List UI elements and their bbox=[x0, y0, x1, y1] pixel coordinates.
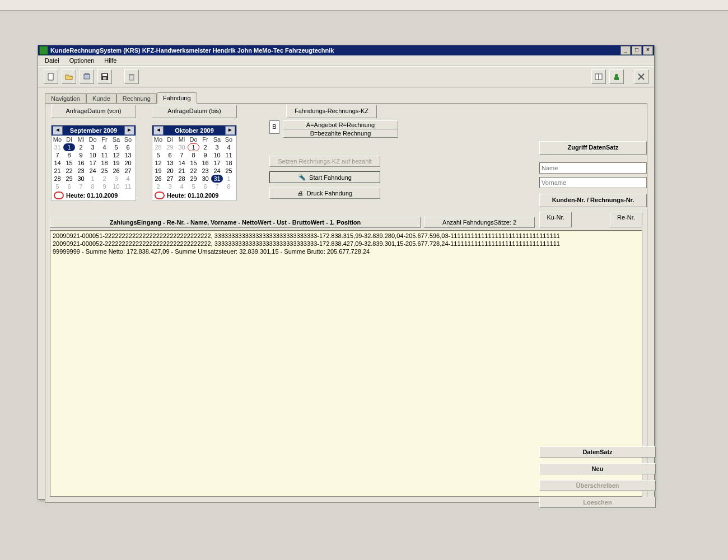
calendar-day[interactable]: 7 bbox=[52, 151, 63, 159]
vorname-input[interactable] bbox=[539, 177, 647, 188]
calendar-day[interactable]: 29 bbox=[188, 175, 199, 183]
calendar-day[interactable]: 28 bbox=[176, 175, 188, 183]
calendar-day[interactable]: 4 bbox=[122, 175, 134, 183]
tool-delete-icon[interactable] bbox=[124, 69, 139, 84]
maximize-button[interactable]: □ bbox=[632, 46, 642, 55]
calendar-day[interactable]: 11 bbox=[122, 183, 134, 190]
calendar-day[interactable]: 8 bbox=[63, 151, 75, 159]
calendar-day[interactable]: 16 bbox=[199, 159, 211, 167]
calendar-day[interactable]: 6 bbox=[164, 151, 176, 159]
tab-kunde[interactable]: Kunde bbox=[86, 93, 116, 104]
neu-button[interactable]: Neu bbox=[539, 463, 656, 474]
calendar-day[interactable]: 2 bbox=[152, 183, 164, 190]
calendar-day[interactable]: 20 bbox=[164, 167, 176, 175]
cal-prev-icon[interactable]: ◄ bbox=[153, 126, 164, 135]
calendar-day[interactable]: 9 bbox=[75, 151, 87, 159]
calendar-day[interactable]: 24 bbox=[87, 167, 99, 175]
calendar-day[interactable]: 3 bbox=[211, 143, 223, 151]
tab-fahndung[interactable]: Fahndung bbox=[157, 92, 197, 104]
calendar-day[interactable]: 27 bbox=[164, 175, 176, 183]
calendar-day[interactable]: 3 bbox=[164, 183, 176, 190]
calendar-day[interactable]: 29 bbox=[63, 175, 75, 183]
calendar-day[interactable]: 8 bbox=[87, 183, 99, 190]
ku-nr-button[interactable]: Ku-Nr. bbox=[539, 212, 572, 227]
tab-navigation[interactable]: Navigation bbox=[45, 93, 86, 104]
calendar-day[interactable]: 30 bbox=[176, 143, 188, 151]
calendar-day[interactable]: 14 bbox=[52, 159, 63, 167]
calendar-day[interactable]: 5 bbox=[110, 143, 122, 151]
calendar-day[interactable]: 23 bbox=[75, 167, 87, 175]
calendar-day[interactable]: 6 bbox=[63, 183, 75, 190]
anfrage-von-header[interactable]: AnfrageDatum (von) bbox=[51, 105, 136, 118]
calendar-day[interactable]: 25 bbox=[223, 167, 235, 175]
tool-open-icon[interactable] bbox=[62, 69, 76, 84]
calendar-day[interactable]: 29 bbox=[164, 143, 176, 151]
calendar-day[interactable]: 16 bbox=[75, 159, 87, 167]
druck-fahndung-button[interactable]: 🖨 Druck Fahndung bbox=[269, 188, 380, 199]
calendar-day[interactable]: 1 bbox=[87, 175, 99, 183]
calendar-day[interactable]: 3 bbox=[110, 175, 122, 183]
calendar-day[interactable]: 7 bbox=[176, 151, 188, 159]
tool-db-icon[interactable] bbox=[80, 69, 94, 84]
tool-save-icon[interactable] bbox=[97, 69, 112, 84]
calendar-day[interactable]: 1 bbox=[188, 143, 199, 151]
calendar-day[interactable]: 1 bbox=[63, 143, 75, 151]
calendar-day[interactable]: 21 bbox=[52, 167, 63, 175]
calendar-day[interactable]: 7 bbox=[211, 183, 223, 190]
calendar-day[interactable]: 2 bbox=[99, 175, 110, 183]
calendar-day[interactable]: 4 bbox=[99, 143, 110, 151]
calendar-day[interactable]: 8 bbox=[188, 151, 199, 159]
calendar-day[interactable]: 28 bbox=[52, 175, 63, 183]
calendar-day[interactable]: 21 bbox=[176, 167, 188, 175]
calendar-day[interactable]: 19 bbox=[152, 167, 164, 175]
calendar-day[interactable]: 31 bbox=[52, 143, 63, 151]
tab-rechnung[interactable]: Rechnung bbox=[116, 93, 157, 104]
calendar-day[interactable]: 17 bbox=[87, 159, 99, 167]
calendar-day[interactable]: 30 bbox=[199, 175, 211, 183]
calendar-day[interactable]: 30 bbox=[75, 175, 87, 183]
calendar-day[interactable]: 9 bbox=[99, 183, 110, 190]
calendar-day[interactable]: 5 bbox=[152, 151, 164, 159]
result-row[interactable]: 99999999 - Summe Netto: 172.838.427,09 -… bbox=[53, 248, 640, 255]
calendar-day[interactable]: 18 bbox=[99, 159, 110, 167]
calendar-day[interactable]: 26 bbox=[110, 167, 122, 175]
calendar-day[interactable]: 10 bbox=[110, 183, 122, 190]
calendar-day[interactable]: 14 bbox=[176, 159, 188, 167]
calendar-day[interactable]: 25 bbox=[99, 167, 110, 175]
calendar-today-label[interactable]: Heute: 01.10.2009 bbox=[66, 192, 118, 199]
kz-mode-field[interactable]: B bbox=[269, 120, 279, 134]
calendar-day[interactable]: 2 bbox=[75, 143, 87, 151]
calendar-day[interactable]: 4 bbox=[176, 183, 188, 190]
calendar-day[interactable]: 3 bbox=[87, 143, 99, 151]
name-input[interactable] bbox=[539, 162, 647, 174]
calendar-day[interactable]: 15 bbox=[188, 159, 199, 167]
calendar-day[interactable]: 24 bbox=[211, 167, 223, 175]
calendar-day[interactable]: 12 bbox=[152, 159, 164, 167]
result-row[interactable]: 20090921-000051-222222222222222222222222… bbox=[53, 232, 640, 240]
calendar-day[interactable]: 10 bbox=[211, 151, 223, 159]
calendar-day[interactable]: 11 bbox=[99, 151, 110, 159]
cal-next-icon[interactable]: ► bbox=[225, 126, 235, 135]
calendar-day[interactable]: 4 bbox=[223, 143, 235, 151]
anfrage-bis-header[interactable]: AnfrageDatum (bis) bbox=[152, 105, 237, 118]
calendar-day[interactable]: 9 bbox=[199, 151, 211, 159]
calendar-day[interactable]: 5 bbox=[188, 183, 199, 190]
calendar-day[interactable]: 20 bbox=[122, 159, 134, 167]
tool-user-icon[interactable] bbox=[609, 69, 624, 84]
tool-book-icon[interactable] bbox=[591, 69, 606, 84]
calendar-day[interactable]: 1 bbox=[223, 175, 235, 183]
calendar-day[interactable]: 17 bbox=[211, 159, 223, 167]
calendar-day[interactable]: 23 bbox=[199, 167, 211, 175]
calendar-day[interactable]: 5 bbox=[52, 183, 63, 190]
tool-exit-icon[interactable] bbox=[634, 69, 648, 84]
minimize-button[interactable]: _ bbox=[620, 46, 631, 55]
start-fahndung-button[interactable]: 🔦 Start Fahndung bbox=[269, 171, 380, 183]
calendar-day[interactable]: 13 bbox=[122, 151, 134, 159]
calendar-bis[interactable]: ◄Oktober 2009►MoDiMiDoFrSaSo282930123456… bbox=[152, 125, 237, 201]
cal-next-icon[interactable]: ► bbox=[124, 126, 134, 135]
calendar-today-label[interactable]: Heute: 01.10.2009 bbox=[167, 192, 218, 199]
tool-new-icon[interactable] bbox=[44, 69, 58, 84]
calendar-day[interactable]: 12 bbox=[110, 151, 122, 159]
calendar-day[interactable]: 19 bbox=[110, 159, 122, 167]
calendar-day[interactable]: 22 bbox=[63, 167, 75, 175]
